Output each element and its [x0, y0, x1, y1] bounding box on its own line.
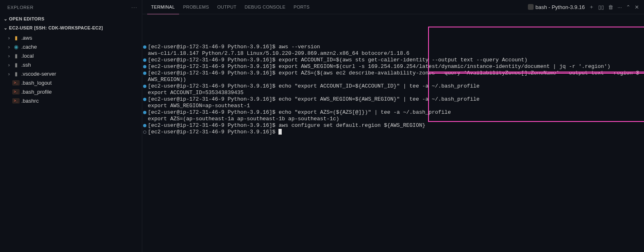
chevron-right-icon: ›: [6, 62, 12, 68]
chevron-down-icon: ⌄: [2, 25, 9, 31]
tree-folder-cache[interactable]: ›◉.cache: [0, 42, 142, 51]
more-icon[interactable]: ···: [131, 5, 137, 10]
tree-label: .bash_logout: [20, 80, 52, 86]
modified-dot-icon: [143, 65, 146, 68]
modified-dot-icon: [143, 85, 146, 88]
terminal-text: [ec2-user@ip-172-31-46-9 Python-3.9.16]$…: [148, 44, 320, 50]
folder-icon: ▮: [12, 71, 20, 77]
folder-icon: ▮: [12, 62, 20, 68]
terminal-text: [ec2-user@ip-172-31-46-9 Python-3.9.16]$: [148, 129, 279, 135]
split-terminal-icon[interactable]: ▯▯: [598, 4, 604, 10]
shell-label[interactable]: bash - Python-3.9.16: [528, 4, 585, 10]
terminal-line: AWS_REGION)): [143, 76, 639, 83]
terminal-line: aws-cli/1.18.147 Python/2.7.18 Linux/5.1…: [143, 50, 639, 57]
terminal-text: [ec2-user@ip-172-31-46-9 Python-3.9.16]$…: [148, 83, 480, 90]
maximize-panel-icon[interactable]: ⌃: [626, 4, 631, 10]
open-editors-section[interactable]: ⌄ OPEN EDITORS: [0, 14, 142, 23]
shell-file-icon: >_: [12, 80, 20, 86]
workspace-label: EC2-USER [SSH: CDK-WORKSPACE-EC2]: [9, 25, 103, 30]
tree-label: .bashrc: [20, 98, 39, 104]
tree-label: .bash_profile: [20, 89, 52, 95]
folder-icon: ◉: [12, 44, 20, 50]
open-editors-label: OPEN EDITORS: [9, 16, 45, 21]
terminal-text: export AZS=(ap-southeast-1a ap-southeast…: [148, 116, 339, 122]
chevron-right-icon: ›: [6, 71, 12, 77]
terminal-line: [ec2-user@ip-172-31-46-9 Python-3.9.16]$…: [143, 122, 639, 129]
terminal-line: export ACCOUNT_ID=535343839435: [143, 90, 639, 96]
terminal-text: export AWS_REGION=ap-southeast-1: [148, 103, 250, 109]
tab-problems[interactable]: PROBLEMS: [179, 0, 213, 14]
terminal-cursor: [278, 129, 282, 135]
tree-file-bash-profile[interactable]: >_.bash_profile: [0, 87, 142, 96]
terminal-body[interactable]: [ec2-user@ip-172-31-46-9 Python-3.9.16]$…: [142, 14, 644, 252]
tree-file-bashrc[interactable]: >_.bashrc: [0, 96, 142, 105]
terminal-text: [ec2-user@ip-172-31-46-9 Python-3.9.16]$…: [148, 96, 480, 103]
workspace-section[interactable]: ⌄ EC2-USER [SSH: CDK-WORKSPACE-EC2]: [0, 23, 142, 32]
tab-ports[interactable]: PORTS: [289, 0, 314, 14]
tree-folder-vscode-server[interactable]: ›▮.vscode-server: [0, 69, 142, 78]
more-actions-icon[interactable]: ···: [617, 4, 622, 10]
terminal-line: [ec2-user@ip-172-31-46-9 Python-3.9.16]$…: [143, 83, 639, 90]
modified-dot-icon: [143, 124, 146, 127]
terminal-line: [ec2-user@ip-172-31-46-9 Python-3.9.16]$…: [143, 44, 639, 50]
terminal-line: export AZS=(ap-southeast-1a ap-southeast…: [143, 116, 639, 122]
tree-label: .vscode-server: [20, 71, 56, 77]
chevron-right-icon: ›: [6, 35, 12, 41]
chevron-right-icon: ›: [6, 53, 12, 59]
bash-icon: [528, 4, 534, 10]
terminal-text: [ec2-user@ip-172-31-46-9 Python-3.9.16]$…: [148, 57, 527, 63]
tree-label: .ssh: [20, 62, 31, 68]
tree-folder-ssh[interactable]: ›▮.ssh: [0, 60, 142, 69]
modified-dot-icon: [143, 111, 146, 114]
terminal-line: [ec2-user@ip-172-31-46-9 Python-3.9.16]$…: [143, 57, 639, 63]
tree-label: .aws: [20, 35, 32, 41]
terminal-line: [ec2-user@ip-172-31-46-9 Python-3.9.16]$: [143, 129, 639, 135]
sidebar-header: EXPLORER ···: [0, 0, 142, 14]
terminal-text: [ec2-user@ip-172-31-46-9 Python-3.9.16]$…: [148, 70, 639, 76]
tree-label: .cache: [20, 44, 37, 50]
terminal-text: [ec2-user@ip-172-31-46-9 Python-3.9.16]$…: [148, 109, 451, 116]
tree-label: .local: [20, 53, 34, 59]
new-terminal-icon[interactable]: ＋: [589, 3, 594, 11]
terminal-text: export ACCOUNT_ID=535343839435: [148, 90, 244, 96]
kill-terminal-icon[interactable]: 🗑: [608, 4, 613, 10]
terminal-text: [ec2-user@ip-172-31-46-9 Python-3.9.16]$…: [148, 63, 610, 70]
tree-file-bash-logout[interactable]: >_.bash_logout: [0, 78, 142, 87]
terminal-line: [ec2-user@ip-172-31-46-9 Python-3.9.16]$…: [143, 109, 639, 116]
tree-folder-local[interactable]: ›▮.local: [0, 51, 142, 60]
chevron-right-icon: ›: [6, 44, 12, 50]
tree-folder-aws[interactable]: ›▮.aws: [0, 33, 142, 42]
shell-label-text: bash - Python-3.9.16: [535, 4, 585, 10]
terminal-text: aws-cli/1.18.147 Python/2.7.18 Linux/5.1…: [148, 50, 410, 57]
terminal-text: [ec2-user@ip-172-31-46-9 Python-3.9.16]$…: [148, 122, 426, 129]
terminal-line: [ec2-user@ip-172-31-46-9 Python-3.9.16]$…: [143, 63, 639, 70]
close-panel-icon[interactable]: ✕: [635, 4, 639, 10]
terminal-line: [ec2-user@ip-172-31-46-9 Python-3.9.16]$…: [143, 96, 639, 103]
modified-dot-icon: [143, 98, 146, 101]
tab-terminal[interactable]: TERMINAL: [147, 0, 179, 14]
main-panel: TERMINAL PROBLEMS OUTPUT DEBUG CONSOLE P…: [142, 0, 644, 252]
explorer-title: EXPLORER: [7, 5, 34, 10]
modified-dot-icon: [143, 59, 146, 62]
explorer-sidebar: EXPLORER ··· ⌄ OPEN EDITORS ⌄ EC2-USER […: [0, 0, 142, 252]
folder-icon: ▮: [12, 53, 20, 59]
panel-actions: bash - Python-3.9.16 ＋ ▯▯ 🗑 ··· ⌃ ✕: [528, 3, 639, 11]
tab-debug-console[interactable]: DEBUG CONSOLE: [240, 0, 289, 14]
tab-output[interactable]: OUTPUT: [213, 0, 240, 14]
panel-tab-bar: TERMINAL PROBLEMS OUTPUT DEBUG CONSOLE P…: [142, 0, 644, 14]
terminal-line: export AWS_REGION=ap-southeast-1: [143, 103, 639, 109]
terminal-line: [ec2-user@ip-172-31-46-9 Python-3.9.16]$…: [143, 70, 639, 76]
terminal-text: AWS_REGION)): [148, 76, 186, 83]
file-tree: ›▮.aws ›◉.cache ›▮.local ›▮.ssh ›▮.vscod…: [0, 32, 142, 105]
modified-dot-icon: [143, 45, 146, 49]
modified-dot-icon: [143, 72, 146, 75]
folder-icon: ▮: [12, 35, 20, 41]
shell-file-icon: >_: [12, 89, 20, 94]
chevron-down-icon: ⌄: [2, 16, 9, 22]
hollow-dot-icon: [143, 130, 146, 134]
shell-file-icon: >_: [12, 98, 20, 104]
